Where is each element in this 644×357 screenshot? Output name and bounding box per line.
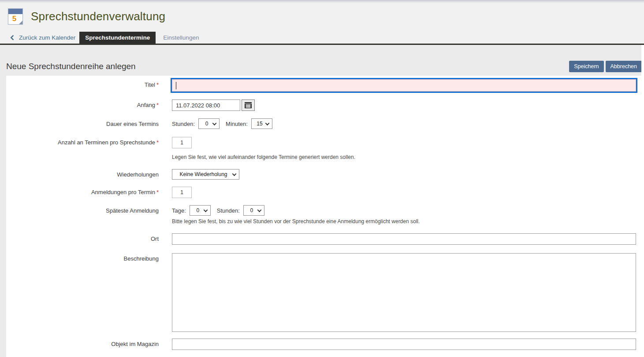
tab-einstellungen[interactable]: Einstellungen [157, 32, 205, 44]
chevron-down-icon [257, 208, 261, 212]
tabbar-divider [0, 44, 644, 45]
cancel-button[interactable]: Abbrechen [606, 61, 642, 72]
chevron-down-icon [265, 121, 269, 125]
calendar-logo-icon: 5 [8, 8, 23, 25]
stunden-label: Stunden: [172, 121, 195, 127]
calendar-icon [245, 102, 252, 108]
ort-label: Ort [6, 233, 159, 245]
beschreibung-textarea[interactable] [172, 253, 636, 332]
chevron-down-icon [203, 208, 208, 212]
form-panel: Titel* Anfang* [6, 76, 641, 357]
anmeldung-stunden-select[interactable]: 0 [243, 205, 264, 216]
anfang-input[interactable] [172, 99, 240, 111]
chevron-down-icon [232, 172, 237, 176]
datepicker-button[interactable] [242, 99, 255, 111]
anmeldung-stunden-label: Stunden: [217, 207, 240, 214]
beschreibung-label: Beschreibung [6, 253, 159, 333]
spaeteste-anmeldung-hint: Bitte legen Sie fest, bis zu wie viel St… [172, 218, 641, 225]
spaeteste-anmeldung-label: Späteste Anmeldung [6, 205, 159, 225]
scrollbar-track [641, 0, 644, 357]
tage-label: Tage: [172, 207, 186, 214]
page-title: Neue Sprechstundenreihe anlegen [6, 62, 136, 71]
objekt-im-magazin-label: Objekt im Magazin [6, 339, 159, 350]
anmeldungen-label: Anmeldungen pro Termin* [6, 187, 159, 198]
dauer-minuten-select[interactable]: 15 [251, 118, 272, 129]
chevron-down-icon [212, 121, 217, 125]
wiederholungen-select[interactable]: Keine Wiederholung [172, 169, 239, 180]
wiederholungen-label: Wiederholungen [6, 169, 159, 180]
app-title: Sprechstundenverwaltung [31, 10, 165, 23]
back-to-calendar-link[interactable]: Zurück zum Kalender [11, 32, 75, 44]
minuten-label: Minuten: [226, 121, 248, 127]
anmeldung-tage-select[interactable]: 0 [190, 205, 211, 216]
titel-label: Titel* [6, 79, 159, 92]
objekt-im-magazin-input[interactable] [172, 339, 636, 350]
dauer-label: Dauer eines Termins [6, 118, 159, 129]
required-marker: * [156, 139, 159, 146]
tab-bar: Zurück zum Kalender Sprechstundentermine… [0, 32, 644, 44]
required-marker: * [156, 189, 159, 195]
dauer-stunden-select[interactable]: 0 [198, 118, 220, 129]
tab-sprechstundentermine[interactable]: Sprechstundentermine [79, 32, 156, 44]
required-marker: * [156, 102, 159, 108]
anmeldungen-input[interactable] [172, 187, 192, 198]
anzahl-termine-label: Anzahl an Terminen pro Sprechstunde* [6, 137, 159, 160]
chevron-left-icon [10, 35, 16, 40]
anzahl-termine-hint: Legen Sie fest, wie viel aufeinander fol… [172, 154, 641, 160]
anzahl-termine-input[interactable] [172, 137, 192, 148]
titel-input[interactable] [172, 79, 636, 92]
anfang-label: Anfang* [6, 99, 159, 111]
text-caret [176, 82, 176, 89]
save-button[interactable]: Speichern [569, 61, 603, 72]
app-header: 5 Sprechstundenverwaltung Zurück zum Kal… [0, 0, 644, 45]
back-link-label: Zurück zum Kalender [19, 34, 75, 41]
calendar-logo-day: 5 [8, 14, 20, 24]
required-marker: * [156, 81, 159, 88]
ort-input[interactable] [172, 233, 636, 245]
header-gradient [0, 0, 644, 3]
